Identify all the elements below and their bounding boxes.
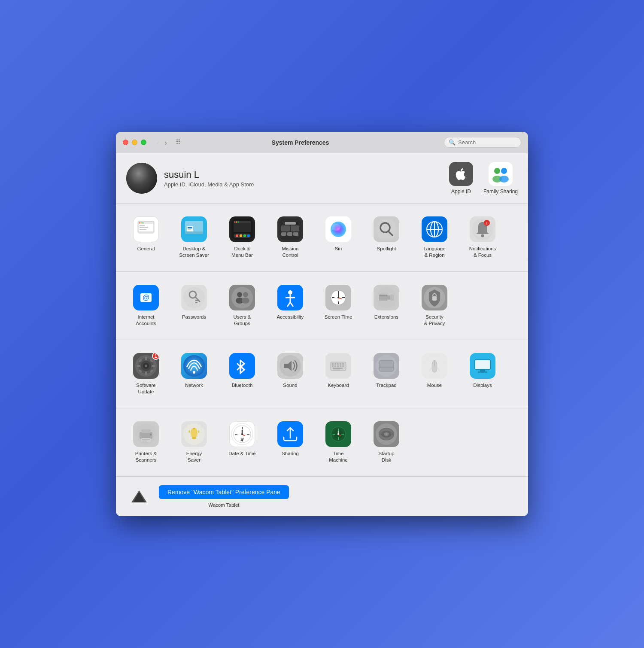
pref-item-accessibility[interactable]: Accessibility xyxy=(267,280,313,331)
bottom-section: Remove "Wacom Tablet" Preference Pane Wa… xyxy=(116,477,528,516)
svg-rect-111 xyxy=(337,363,339,365)
search-input[interactable] xyxy=(458,139,510,146)
svg-point-93 xyxy=(145,365,147,367)
pref-item-language[interactable]: Language& Region xyxy=(411,212,458,263)
close-button[interactable] xyxy=(123,140,128,145)
notifications-label: Notifications& Focus xyxy=(469,246,496,259)
printers-label: Printers &Scanners xyxy=(135,450,157,463)
back-button[interactable]: ‹ xyxy=(155,139,161,146)
passwords-icon xyxy=(181,285,207,310)
pref-item-mouse[interactable]: Mouse xyxy=(411,349,458,399)
pref-item-users-groups[interactable]: Users &Groups xyxy=(219,280,265,331)
pref-item-network[interactable]: Network xyxy=(171,349,217,399)
family-sharing-label: Family Sharing xyxy=(483,189,518,195)
personal-grid: General Desktop &Screen Saver xyxy=(123,212,521,263)
pref-item-desktop[interactable]: Desktop &Screen Saver xyxy=(171,212,217,263)
system-grid: Printers &Scanners EnergySaver xyxy=(123,417,521,468)
trackpad-icon xyxy=(374,353,399,379)
mouse-label: Mouse xyxy=(427,382,442,389)
svg-rect-16 xyxy=(187,226,193,231)
svg-point-0 xyxy=(494,168,500,174)
svg-point-24 xyxy=(236,222,237,223)
sharing-icon xyxy=(277,421,303,447)
displays-icon xyxy=(470,353,495,379)
pref-item-passwords[interactable]: Passwords xyxy=(171,280,217,331)
pref-item-datetime[interactable]: 17 Date & Time xyxy=(219,417,265,468)
pref-item-security[interactable]: Security& Privacy xyxy=(411,280,458,331)
energy-icon xyxy=(181,421,207,447)
startup-disk-icon xyxy=(374,421,399,447)
user-actions: Apple ID Family Sharing xyxy=(449,162,518,195)
svg-rect-96 xyxy=(137,365,140,367)
pref-item-displays[interactable]: Displays xyxy=(459,349,506,399)
svg-rect-110 xyxy=(334,363,336,365)
pref-item-spotlight[interactable]: Spotlight xyxy=(363,212,410,263)
svg-rect-113 xyxy=(342,363,344,365)
keyboard-icon xyxy=(325,353,351,379)
pref-item-screen-time[interactable]: Screen Time xyxy=(315,280,361,331)
svg-point-139 xyxy=(192,437,196,439)
svg-rect-37 xyxy=(285,222,296,225)
apple-id-icon xyxy=(449,162,473,186)
avatar-image xyxy=(126,163,157,194)
avatar[interactable] xyxy=(126,163,157,194)
pref-item-general[interactable]: General xyxy=(123,212,169,263)
dock-label: Dock &Menu Bar xyxy=(231,246,253,259)
svg-rect-95 xyxy=(145,371,147,375)
svg-point-23 xyxy=(234,222,236,223)
datetime-icon: 17 xyxy=(229,421,255,447)
pref-item-keyboard[interactable]: Keyboard xyxy=(315,349,361,399)
pref-item-mission[interactable]: MissionControl xyxy=(267,212,313,263)
svg-point-8 xyxy=(141,222,142,224)
svg-point-9 xyxy=(143,222,144,224)
pref-item-startup-disk[interactable]: StartupDisk xyxy=(363,417,410,468)
pref-item-software-update[interactable]: 1 SoftwareUpdate xyxy=(123,349,169,399)
svg-rect-17 xyxy=(188,227,192,228)
pref-item-trackpad[interactable]: Trackpad xyxy=(363,349,410,399)
pref-item-sharing[interactable]: Sharing xyxy=(267,417,313,468)
svg-point-41 xyxy=(376,219,397,240)
svg-rect-128 xyxy=(480,370,485,371)
svg-rect-59 xyxy=(195,300,199,301)
pref-item-time-machine[interactable]: TimeMachine xyxy=(315,417,361,468)
svg-rect-131 xyxy=(140,432,152,439)
pref-item-printers[interactable]: Printers &Scanners xyxy=(123,417,169,468)
pref-item-notifications[interactable]: ! Notifications& Focus xyxy=(459,212,506,263)
pref-item-internet-accounts[interactable]: @ InternetAccounts xyxy=(123,280,169,331)
system-preferences-window: ‹ › ⠿ System Preferences 🔍 susuin L Appl… xyxy=(116,132,528,516)
svg-rect-114 xyxy=(332,365,334,367)
screen-time-label: Screen Time xyxy=(325,314,352,320)
time-machine-label: TimeMachine xyxy=(329,450,347,463)
pref-item-extensions[interactable]: Extensions xyxy=(363,280,410,331)
pref-item-energy[interactable]: EnergySaver xyxy=(171,417,217,468)
pref-item-siri[interactable]: Siri xyxy=(315,212,361,263)
svg-rect-85 xyxy=(379,295,388,296)
pref-item-sound[interactable]: Sound xyxy=(267,349,313,399)
pref-item-bluetooth[interactable]: Bluetooth xyxy=(219,349,265,399)
system-section: Printers &Scanners EnergySaver xyxy=(116,408,528,477)
search-box[interactable]: 🔍 xyxy=(444,137,521,148)
printers-icon xyxy=(133,421,159,447)
search-icon: 🔍 xyxy=(449,139,456,146)
user-subtitle: Apple ID, iCloud, Media & App Store xyxy=(164,181,449,188)
apple-id-label: Apple ID xyxy=(451,189,471,195)
maximize-button[interactable] xyxy=(141,140,146,145)
family-sharing-button[interactable]: Family Sharing xyxy=(483,162,518,195)
svg-rect-35 xyxy=(287,232,292,236)
svg-rect-28 xyxy=(240,234,242,237)
datetime-label: Date & Time xyxy=(228,450,255,457)
desktop-label: Desktop &Screen Saver xyxy=(179,246,209,259)
pref-item-dock[interactable]: Dock &Menu Bar xyxy=(219,212,265,263)
wacom-label: Wacom Tablet xyxy=(159,502,289,508)
accessibility-label: Accessibility xyxy=(277,314,304,320)
minimize-button[interactable] xyxy=(132,140,137,145)
svg-rect-116 xyxy=(337,365,339,367)
family-sharing-icon xyxy=(489,162,513,186)
internet-accounts-icon: @ xyxy=(133,285,159,310)
security-label: Security& Privacy xyxy=(424,314,445,327)
users-groups-icon xyxy=(229,285,255,310)
remove-wacom-button[interactable]: Remove "Wacom Tablet" Preference Pane xyxy=(159,485,289,499)
svg-rect-30 xyxy=(247,234,250,237)
svg-rect-97 xyxy=(152,365,155,367)
apple-id-button[interactable]: Apple ID xyxy=(449,162,473,195)
